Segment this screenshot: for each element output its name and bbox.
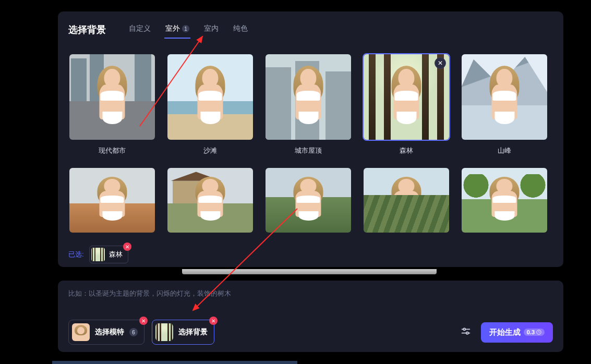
bg-thumb: [264, 167, 352, 234]
bg-card-desert[interactable]: [68, 167, 156, 234]
selected-label: 已选:: [68, 250, 84, 259]
picker-model[interactable]: 选择模特 6 ✕: [68, 320, 144, 345]
tab-outdoor[interactable]: 室外 1: [164, 21, 190, 39]
generate-label: 开始生成: [489, 327, 521, 337]
selected-chip-label: 森林: [109, 250, 123, 259]
bg-label: 现代都市: [99, 146, 126, 155]
bg-card-city[interactable]: 现代都市: [68, 53, 156, 155]
tab-label: 室内: [204, 24, 219, 33]
panel-header: 选择背景 自定义 室外 1 室内 纯色: [68, 21, 553, 39]
selected-chip[interactable]: 森林 ✕: [89, 246, 128, 263]
bottom-row: 选择模特 6 ✕ 选择背景 ✕ 开始生成 0.3: [68, 320, 553, 345]
background-grid-wrap: 现代都市 沙滩 城市屋顶 ✕ 森林 山峰: [68, 53, 553, 238]
bg-thumb-selected: ✕: [363, 53, 450, 141]
bg-thumb: [166, 53, 254, 141]
generate-cost-value: 0.3: [527, 329, 535, 335]
generate-button[interactable]: 开始生成 0.3: [481, 322, 553, 343]
bg-card-hill[interactable]: [264, 167, 352, 234]
bg-label: 森林: [400, 146, 413, 155]
tab-label: 纯色: [233, 24, 248, 33]
bg-card-rooftop[interactable]: 城市屋顶: [264, 53, 352, 155]
preview-strip: [182, 269, 437, 274]
tab-label: 自定义: [129, 24, 151, 33]
picker-label: 选择模特: [95, 327, 124, 337]
bg-card-forest[interactable]: ✕ 森林: [363, 53, 450, 155]
picker-label: 选择背景: [178, 327, 208, 337]
panel-title: 选择背景: [68, 23, 106, 36]
tabs: 自定义 室外 1 室内 纯色: [128, 21, 249, 39]
background-grid: 现代都市 沙滩 城市屋顶 ✕ 森林 山峰: [68, 53, 553, 234]
close-icon[interactable]: ✕: [435, 57, 446, 69]
bg-label: 山峰: [498, 146, 511, 155]
model-avatar-thumb: [72, 323, 90, 341]
selected-chip-thumb: [91, 248, 105, 261]
tab-indoor[interactable]: 室内: [203, 21, 220, 39]
remove-icon[interactable]: ✕: [209, 317, 218, 325]
tab-custom[interactable]: 自定义: [128, 21, 152, 39]
bg-thumb: [166, 167, 254, 234]
settings-icon[interactable]: [460, 325, 472, 339]
background-thumb: [155, 323, 173, 341]
bg-thumb: [68, 167, 156, 234]
svg-point-2: [463, 328, 465, 330]
tab-label: 室外: [165, 24, 180, 33]
tab-badge: 1: [182, 25, 189, 32]
footer-bar: [52, 361, 297, 364]
bg-card-vineyard[interactable]: [363, 167, 450, 234]
bg-card-barn[interactable]: [166, 167, 254, 234]
bg-label: 沙滩: [203, 146, 217, 155]
tab-solid[interactable]: 纯色: [232, 21, 249, 39]
svg-point-3: [466, 332, 468, 334]
bg-thumb: [68, 53, 156, 141]
picker-count-badge: 6: [129, 328, 138, 336]
background-picker-panel: 选择背景 自定义 室外 1 室内 纯色 现代都市 沙滩 城市屋顶: [58, 11, 563, 267]
selected-bar: 已选: 森林 ✕: [68, 246, 553, 263]
pickers: 选择模特 6 ✕ 选择背景 ✕: [68, 320, 214, 345]
bg-thumb: [461, 53, 548, 141]
remove-icon[interactable]: ✕: [139, 317, 148, 325]
bg-thumb: [461, 167, 548, 234]
prompt-hint: 比如：以圣诞为主题的背景，闪烁的灯光，装饰的树木: [68, 289, 553, 298]
bg-card-mountain[interactable]: 山峰: [461, 53, 548, 155]
bg-thumb: [363, 167, 450, 234]
bottom-panel: 比如：以圣诞为主题的背景，闪烁的灯光，装饰的树木 选择模特 6 ✕ 选择背景 ✕…: [58, 281, 563, 352]
bg-label: 城市屋顶: [295, 146, 322, 155]
bg-card-beach[interactable]: 沙滩: [166, 53, 254, 155]
generate-cost-badge: 0.3: [524, 329, 545, 336]
remove-icon[interactable]: ✕: [123, 242, 131, 251]
picker-background[interactable]: 选择背景 ✕: [152, 320, 214, 345]
bg-thumb: [264, 53, 352, 141]
bg-card-park[interactable]: [461, 167, 548, 234]
actions: 开始生成 0.3: [460, 322, 553, 343]
